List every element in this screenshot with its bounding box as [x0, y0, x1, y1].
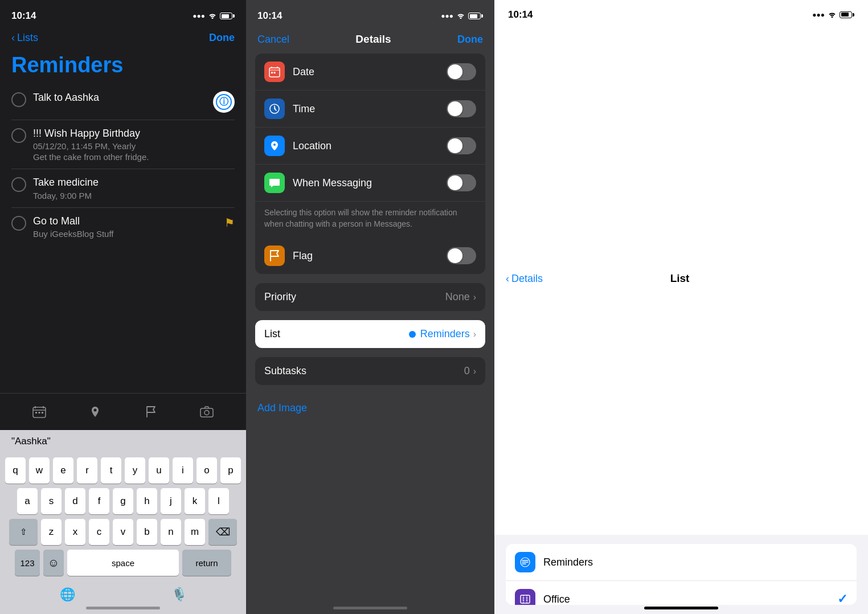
key-return[interactable]: return	[182, 550, 231, 576]
list-option-office[interactable]: Office ✓	[506, 581, 857, 605]
key-d[interactable]: d	[65, 488, 85, 514]
location-toggle[interactable]	[447, 137, 476, 154]
key-u[interactable]: u	[149, 457, 169, 484]
key-z[interactable]: z	[41, 519, 62, 545]
key-y[interactable]: y	[125, 457, 145, 484]
key-shift[interactable]: ⇧	[9, 519, 38, 545]
key-v[interactable]: v	[113, 519, 133, 545]
back-details-label[interactable]: Details	[511, 273, 543, 285]
list-row[interactable]: List Reminders ›	[255, 320, 485, 348]
back-lists-button[interactable]: ‹ Lists	[11, 32, 38, 44]
office-option-name: Office	[543, 593, 829, 605]
subtasks-label: Subtasks	[264, 365, 464, 377]
time-1: 10:14	[11, 10, 36, 22]
time-toggle[interactable]	[447, 100, 476, 117]
svg-rect-5	[39, 412, 40, 414]
keyboard-row-bottom: 123 ☺ space return	[2, 550, 244, 576]
key-t[interactable]: t	[101, 457, 121, 484]
wifi-icon-1	[208, 12, 217, 21]
key-j[interactable]: j	[161, 488, 181, 514]
key-e[interactable]: e	[53, 457, 73, 484]
key-f[interactable]: f	[89, 488, 109, 514]
detail-row-messaging[interactable]: When Messaging	[255, 165, 485, 202]
key-n[interactable]: n	[161, 519, 181, 545]
checkbox-2[interactable]	[11, 128, 26, 143]
add-image-button[interactable]: Add Image	[246, 394, 494, 425]
bottom-bar-1: 🌐 🎙️	[0, 583, 246, 604]
detail-row-date[interactable]: Date	[255, 54, 485, 91]
key-l[interactable]: l	[208, 488, 229, 514]
checkbox-1[interactable]	[11, 92, 26, 107]
list-item[interactable]: Take medicine Today, 9:00 PM	[11, 169, 235, 207]
key-i[interactable]: i	[173, 457, 193, 484]
detail-row-location[interactable]: Location	[255, 128, 485, 165]
key-x[interactable]: x	[65, 519, 85, 545]
reminders-option-icon	[515, 552, 535, 572]
reminder-title-3: Take medicine	[33, 176, 235, 189]
svg-rect-4	[35, 412, 37, 414]
autocomplete-suggestion[interactable]: "Aashka"	[11, 436, 51, 447]
subtasks-card[interactable]: Subtasks 0 ›	[255, 357, 485, 385]
keyboard[interactable]: q w e r t y u i o p a s d f g h j k l ⇧ …	[0, 453, 246, 583]
list-item[interactable]: Go to Mall Buy iGeeksBlog Stuff ⚑	[11, 208, 235, 245]
priority-card[interactable]: Priority None ›	[255, 283, 485, 311]
key-q[interactable]: q	[5, 457, 26, 484]
list-card-highlighted[interactable]: List Reminders ›	[255, 320, 485, 348]
date-toggle[interactable]	[447, 63, 476, 80]
list-option-reminders[interactable]: Reminders	[506, 544, 857, 581]
time-icon	[264, 99, 285, 119]
list-value: Reminders	[420, 328, 470, 340]
status-bar-3: 10:14 ●●●	[494, 0, 868, 24]
key-g[interactable]: g	[113, 488, 133, 514]
toolbar-flag-button[interactable]	[138, 399, 163, 424]
key-p[interactable]: p	[220, 457, 241, 484]
detail-row-flag[interactable]: Flag	[255, 238, 485, 274]
priority-row[interactable]: Priority None ›	[255, 283, 485, 311]
info-button-1[interactable]: ⓘ	[213, 91, 235, 113]
flag-toggle[interactable]	[447, 247, 476, 264]
toolbar-location-button[interactable]	[83, 399, 108, 424]
messaging-toggle[interactable]	[447, 174, 476, 191]
key-s[interactable]: s	[41, 488, 62, 514]
list-item[interactable]: !!! Wish Happy Birthday 05/12/20, 11:45 …	[11, 120, 235, 169]
mic-icon-1[interactable]: 🎙️	[171, 587, 187, 602]
date-icon	[264, 62, 285, 82]
toolbar-camera-button[interactable]	[194, 399, 219, 424]
back-details-button[interactable]: ‹ Details	[506, 273, 543, 285]
reminder-content-1: Talk to Aashka	[33, 91, 206, 104]
checkbox-3[interactable]	[11, 177, 26, 192]
key-m[interactable]: m	[185, 519, 205, 545]
key-delete[interactable]: ⌫	[208, 519, 237, 545]
key-a[interactable]: a	[17, 488, 38, 514]
key-h[interactable]: h	[137, 488, 157, 514]
key-w[interactable]: w	[29, 457, 50, 484]
key-b[interactable]: b	[137, 519, 157, 545]
detail-row-time[interactable]: Time	[255, 91, 485, 128]
key-numbers[interactable]: 123	[15, 550, 40, 576]
reminder-toolbar	[0, 393, 246, 430]
cancel-button-2[interactable]: Cancel	[257, 34, 289, 46]
list-item[interactable]: Talk to Aashka ⓘ	[11, 84, 235, 120]
key-o[interactable]: o	[196, 457, 217, 484]
reminder-subtitle-2a: 05/12/20, 11:45 PM, Yearly	[33, 141, 235, 151]
reminder-title-2: !!! Wish Happy Birthday	[33, 127, 235, 140]
key-r[interactable]: r	[77, 457, 97, 484]
flag-icon-4: ⚑	[224, 216, 235, 230]
svg-rect-11	[277, 67, 278, 68]
globe-icon-1[interactable]: 🌐	[60, 587, 75, 602]
subtasks-row[interactable]: Subtasks 0 ›	[255, 357, 485, 385]
flag-icon-detail	[264, 245, 285, 266]
panel-reminders: 10:14 ●●● ‹ Lists Done Reminders Tal	[0, 0, 246, 614]
list-dot-indicator	[409, 331, 416, 338]
done-button-1[interactable]: Done	[209, 32, 235, 44]
checkbox-4[interactable]	[11, 216, 26, 231]
done-button-2[interactable]: Done	[457, 34, 483, 46]
key-k[interactable]: k	[185, 488, 205, 514]
key-c[interactable]: c	[89, 519, 109, 545]
reminders-option-name: Reminders	[543, 556, 847, 568]
lists-back-label[interactable]: Lists	[17, 32, 38, 44]
details-card: Date Time Location	[255, 54, 485, 274]
key-emoji[interactable]: ☺	[43, 550, 64, 576]
key-space[interactable]: space	[67, 550, 179, 576]
toolbar-calendar-button[interactable]	[27, 399, 52, 424]
